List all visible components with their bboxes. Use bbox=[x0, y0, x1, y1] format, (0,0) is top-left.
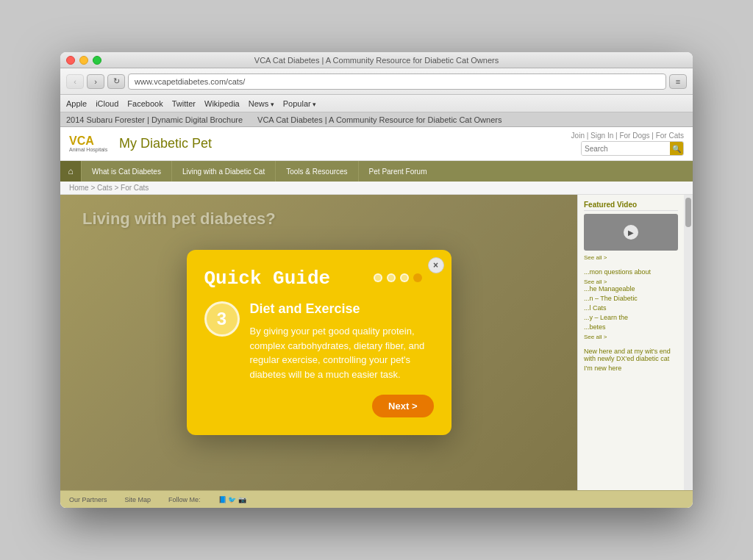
sidebar-link-2[interactable]: ...he Manageable bbox=[584, 285, 678, 292]
tab-bar: 2014 Subaru Forester | Dynamic Digital B… bbox=[60, 112, 693, 127]
nav-forum[interactable]: Pet Parent Forum bbox=[358, 161, 438, 182]
title-bar: VCA Cat Diabetes | A Community Resource … bbox=[60, 52, 693, 68]
scrollbar-thumb[interactable] bbox=[685, 198, 691, 227]
website: VCA Animal Hospitals My Diabetic Pet Joi… bbox=[60, 127, 693, 508]
home-icon[interactable]: ⌂ bbox=[60, 161, 81, 182]
bookmark-twitter[interactable]: Twitter bbox=[172, 99, 196, 108]
social-icons[interactable]: 📘 🐦 📷 bbox=[218, 496, 246, 503]
browser-toolbar: ‹ › ↻ www.vcapetdiabetes.com/cats/ ≡ bbox=[60, 68, 693, 95]
site-title: My Diabetic Pet bbox=[119, 136, 212, 151]
video-thumbnail[interactable]: ▶ bbox=[584, 214, 678, 251]
modal-body: 3 Diet and Exercise By giving your pet g… bbox=[204, 301, 434, 381]
sidebar-link-6[interactable]: ...betes bbox=[584, 323, 678, 331]
browser-content: VCA Animal Hospitals My Diabetic Pet Joi… bbox=[60, 127, 693, 508]
step-number: 3 bbox=[204, 301, 240, 337]
site-header: VCA Animal Hospitals My Diabetic Pet Joi… bbox=[60, 127, 693, 161]
refresh-button[interactable]: ↻ bbox=[107, 74, 125, 89]
sidebar-link-1[interactable]: ...mon questions about bbox=[584, 268, 678, 276]
maximize-button[interactable] bbox=[93, 56, 101, 65]
forward-button[interactable]: › bbox=[87, 74, 104, 89]
bookmark-popular[interactable]: Popular bbox=[283, 99, 316, 108]
search-input[interactable] bbox=[582, 142, 670, 155]
dot-4 bbox=[413, 273, 422, 282]
search-bar: 🔍 bbox=[581, 141, 684, 156]
back-button[interactable]: ‹ bbox=[66, 74, 84, 89]
modal-overlay: × Quick Guide bbox=[60, 195, 577, 490]
nav-living-with[interactable]: Living with a Diabetic Cat bbox=[171, 161, 275, 182]
forum-link-2[interactable]: I'm new here bbox=[584, 365, 678, 372]
progress-dots bbox=[374, 273, 422, 282]
bookmarks-bar: Apple iCloud Facebook Twitter Wikipedia … bbox=[60, 95, 693, 112]
header-links: Join | Sign In | For Dogs | For Cats bbox=[571, 132, 684, 140]
sidebar-link-4[interactable]: ...l Cats bbox=[584, 304, 678, 312]
footer-follow-me: Follow Me: bbox=[168, 496, 201, 503]
header-right: Join | Sign In | For Dogs | For Cats 🔍 bbox=[571, 132, 684, 156]
featured-video-section: Featured Video ▶ See all > bbox=[584, 201, 678, 261]
featured-video-title: Featured Video bbox=[584, 201, 678, 211]
bookmark-icloud[interactable]: iCloud bbox=[96, 99, 118, 108]
close-button[interactable] bbox=[66, 56, 75, 65]
see-all-2[interactable]: See all > bbox=[584, 334, 607, 340]
sidebar-links-section: ...mon questions about See all > ...he M… bbox=[584, 268, 678, 340]
scrollbar[interactable] bbox=[684, 195, 693, 490]
footer-site-map[interactable]: Site Map bbox=[125, 496, 151, 503]
nav-cat-diabetes[interactable]: What is Cat Diabetes bbox=[81, 161, 171, 182]
site-nav: ⌂ What is Cat Diabetes Living with a Dia… bbox=[60, 161, 693, 182]
breadcrumb: Home > Cats > For Cats bbox=[60, 182, 693, 195]
play-button[interactable]: ▶ bbox=[624, 225, 638, 240]
search-button[interactable]: 🔍 bbox=[670, 142, 683, 155]
dot-2 bbox=[387, 273, 396, 282]
see-all-videos[interactable]: See all > bbox=[584, 254, 607, 261]
next-button[interactable]: Next > bbox=[372, 395, 433, 417]
reader-button[interactable]: ≡ bbox=[669, 74, 687, 89]
logo-sub: Animal Hospitals bbox=[69, 147, 107, 152]
logo-text: VCA bbox=[69, 135, 94, 147]
window-controls bbox=[66, 56, 101, 65]
window-title: VCA Cat Diabetes | A Community Resource … bbox=[254, 56, 499, 65]
site-footer: Our Partners Site Map Follow Me: 📘 🐦 📷 bbox=[60, 490, 693, 508]
bookmark-wikipedia[interactable]: Wikipedia bbox=[204, 99, 240, 108]
sidebar-link-3[interactable]: ...n – The Diabetic bbox=[584, 295, 678, 302]
forum-section: New here and at my wit's end with newly … bbox=[584, 348, 678, 372]
minimize-button[interactable] bbox=[79, 56, 88, 65]
bookmark-facebook[interactable]: Facebook bbox=[127, 99, 163, 108]
main-area: Living with pet diabetes? × Quick Guide bbox=[60, 195, 693, 490]
modal-close-button[interactable]: × bbox=[428, 257, 444, 273]
step-title: Diet and Exercise bbox=[250, 301, 434, 317]
modal-content: Diet and Exercise By giving your pet goo… bbox=[250, 301, 434, 381]
browser-window: VCA Cat Diabetes | A Community Resource … bbox=[60, 52, 693, 508]
url-text: www.vcapetdiabetes.com/cats/ bbox=[135, 77, 245, 86]
nav-tools[interactable]: Tools & Resources bbox=[275, 161, 357, 182]
dot-3 bbox=[400, 273, 409, 282]
bookmark-news[interactable]: News bbox=[249, 99, 274, 108]
footer-our-partners[interactable]: Our Partners bbox=[69, 496, 107, 503]
bookmark-apple[interactable]: Apple bbox=[66, 99, 87, 108]
vca-logo: VCA Animal Hospitals bbox=[69, 133, 113, 155]
quick-guide-modal: × Quick Guide bbox=[187, 250, 452, 435]
tab-subaru[interactable]: 2014 Subaru Forester | Dynamic Digital B… bbox=[66, 115, 243, 124]
page-content: Living with pet diabetes? × Quick Guide bbox=[60, 195, 577, 490]
logo-area: VCA Animal Hospitals My Diabetic Pet bbox=[69, 133, 212, 155]
dot-1 bbox=[374, 273, 382, 282]
step-text: By giving your pet good quality protein,… bbox=[250, 324, 434, 381]
forum-link-1[interactable]: New here and at my wit's end with newly … bbox=[584, 348, 678, 362]
sidebar: Featured Video ▶ See all > ...mon questi… bbox=[577, 195, 684, 490]
sidebar-link-5[interactable]: ...y – Learn the bbox=[584, 314, 678, 321]
see-all-1[interactable]: See all > bbox=[584, 279, 607, 285]
address-bar[interactable]: www.vcapetdiabetes.com/cats/ bbox=[128, 73, 666, 90]
tab-vca[interactable]: VCA Cat Diabetes | A Community Resource … bbox=[257, 115, 502, 124]
tab-bar-left: 2014 Subaru Forester | Dynamic Digital B… bbox=[66, 115, 502, 124]
